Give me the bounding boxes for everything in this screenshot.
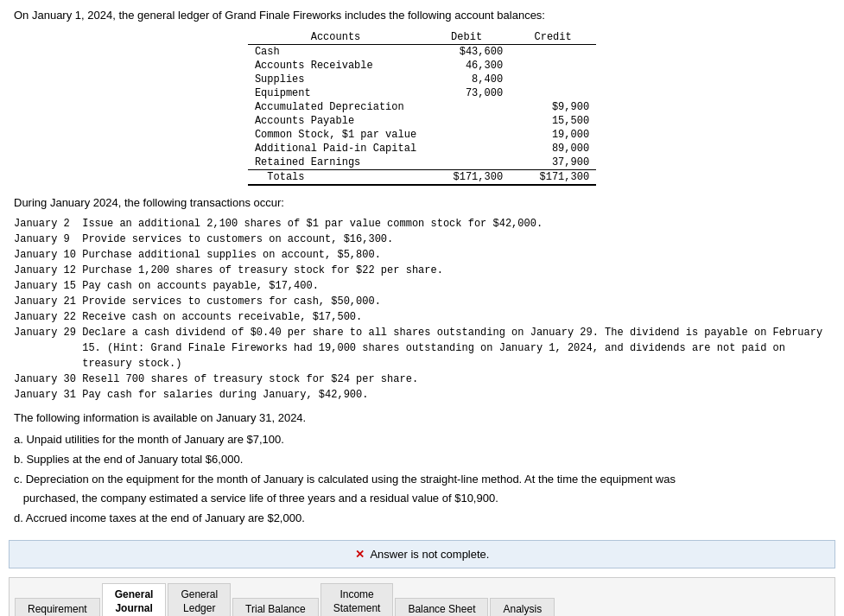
- transaction-item: January 30 Resell 700 shares of treasury…: [14, 372, 830, 387]
- tab-income-statement[interactable]: IncomeStatement: [320, 583, 394, 616]
- col-header-credit: Credit: [510, 30, 596, 45]
- table-row: Cash $43,600: [248, 45, 596, 60]
- table-row: Supplies 8,400: [248, 73, 596, 86]
- totals-row: Totals $171,300 $171,300: [248, 170, 596, 186]
- col-header-accounts: Accounts: [248, 30, 423, 45]
- table-row: Accounts Payable 15,500: [248, 114, 596, 128]
- transaction-item: January 31 Pay cash for salaries during …: [14, 387, 830, 403]
- following-info-text: The following information is available o…: [14, 411, 830, 424]
- during-text: During January 2024, the following trans…: [14, 196, 830, 209]
- answer-incomplete-bar: ✕ Answer is not complete.: [9, 540, 835, 568]
- table-row: Retained Earnings 37,900: [248, 156, 596, 170]
- transactions-list: January 2 Issue an additional 2,100 shar…: [14, 216, 830, 403]
- table-row: Common Stock, $1 par value 19,000: [248, 128, 596, 142]
- transaction-item: January 15 Pay cash on accounts payable,…: [14, 278, 830, 294]
- tabs-container: Requirement GeneralJournal GeneralLedger…: [9, 577, 835, 616]
- tabs-row: Requirement GeneralJournal GeneralLedger…: [10, 578, 834, 616]
- tab-general-journal[interactable]: GeneralJournal: [102, 583, 167, 616]
- table-row: Additional Paid-in Capital 89,000: [248, 142, 596, 156]
- tab-analysis[interactable]: Analysis: [490, 598, 555, 616]
- col-header-debit: Debit: [423, 30, 510, 45]
- transaction-item: January 12 Purchase 1,200 shares of trea…: [14, 263, 830, 278]
- table-row: Equipment 73,000: [248, 86, 596, 100]
- account-table: Accounts Debit Credit Cash $43,600 Accou…: [248, 30, 596, 186]
- tab-general-ledger[interactable]: GeneralLedger: [168, 583, 231, 616]
- adjustment-item-d: d. Accrued income taxes at the end of Ja…: [14, 510, 830, 528]
- adjustment-item-a: a. Unpaid utilities for the month of Jan…: [14, 431, 830, 449]
- transaction-item: January 9 Provide services to customers …: [14, 232, 830, 247]
- x-icon: ✕: [355, 548, 365, 561]
- adjustments-list: a. Unpaid utilities for the month of Jan…: [14, 431, 830, 528]
- transaction-item: January 2 Issue an additional 2,100 shar…: [14, 216, 830, 232]
- table-row: Accounts Receivable 46,300: [248, 59, 596, 73]
- tab-trial-balance[interactable]: Trial Balance: [232, 598, 319, 616]
- transaction-item-cont: treasury stock.): [14, 356, 830, 372]
- transaction-item: January 29 Declare a cash dividend of $0…: [14, 325, 830, 340]
- adjustment-item-c: c. Depreciation on the equipment for the…: [14, 471, 830, 489]
- main-content: On January 1, 2024, the general ledger o…: [0, 0, 844, 528]
- answer-incomplete-text: Answer is not complete.: [370, 548, 489, 561]
- transaction-item-cont: 15. (Hint: Grand Finale Fireworks had 19…: [14, 340, 830, 356]
- intro-text: On January 1, 2024, the general ledger o…: [14, 9, 830, 22]
- adjustment-item-c-cont: purchased, the company estimated a servi…: [14, 490, 830, 508]
- tab-balance-sheet[interactable]: Balance Sheet: [395, 598, 488, 616]
- transaction-item: January 22 Receive cash on accounts rece…: [14, 309, 830, 325]
- tab-requirement[interactable]: Requirement: [15, 598, 100, 616]
- transaction-item: January 10 Purchase additional supplies …: [14, 247, 830, 263]
- adjustment-item-b: b. Supplies at the end of January total …: [14, 451, 830, 469]
- table-row: Accumulated Depreciation $9,900: [248, 100, 596, 114]
- transaction-item: January 21 Provide services to customers…: [14, 294, 830, 309]
